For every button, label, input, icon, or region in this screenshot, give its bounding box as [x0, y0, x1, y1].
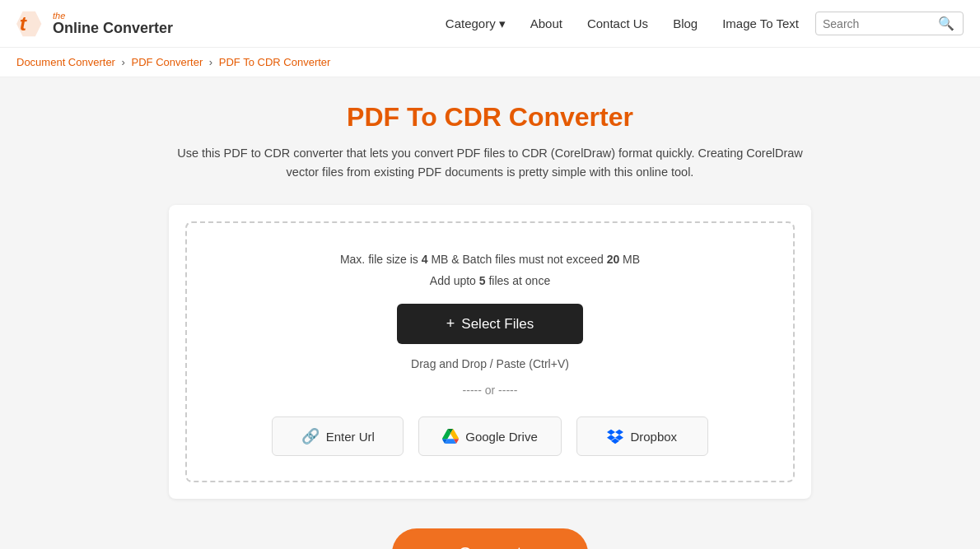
search-icon: 🔍 [938, 16, 954, 30]
breadcrumb-separator-2: › [209, 56, 216, 68]
search-input[interactable] [823, 17, 938, 30]
nav-contact[interactable]: Contact Us [587, 16, 648, 30]
nav-about[interactable]: About [530, 16, 562, 30]
google-drive-button[interactable]: Google Drive [418, 416, 562, 456]
breadcrumb: Document Converter › PDF Converter › PDF… [0, 48, 980, 77]
link-icon: 🔗 [301, 427, 320, 445]
header: t the Online Converter Category ▾ About … [0, 0, 980, 48]
or-divider: ----- or ----- [463, 384, 518, 397]
breadcrumb-separator-1: › [122, 56, 128, 68]
page-description: Use this PDF to CDR converter that lets … [177, 144, 803, 182]
search-box: 🔍 [815, 12, 964, 35]
plus-icon: + [446, 315, 455, 333]
nav-category[interactable]: Category ▾ [446, 16, 506, 31]
upload-box: Max. file size is 4 MB & Batch files mus… [185, 221, 795, 482]
nav-blog[interactable]: Blog [673, 16, 698, 30]
file-size-info: Max. file size is 4 MB & Batch files mus… [340, 253, 640, 266]
search-button[interactable]: 🔍 [938, 16, 954, 31]
dropbox-icon [607, 428, 623, 444]
google-drive-icon [442, 428, 459, 444]
logo[interactable]: t the Online Converter [16, 8, 173, 40]
upload-container: Max. file size is 4 MB & Batch files mus… [169, 205, 811, 499]
files-count-info: Add upto 5 files at once [430, 274, 550, 287]
main-content: PDF To CDR Converter Use this PDF to CDR… [0, 77, 980, 549]
convert-button[interactable]: Convert [392, 528, 587, 549]
nav-image-to-text[interactable]: Image To Text [722, 16, 799, 30]
select-files-label: Select Files [461, 316, 534, 333]
drag-drop-text: Drag and Drop / Paste (Ctrl+V) [411, 357, 569, 370]
breadcrumb-pdf-converter[interactable]: PDF Converter [132, 56, 203, 68]
google-drive-label: Google Drive [465, 430, 538, 444]
select-files-button[interactable]: + Select Files [397, 304, 583, 344]
dropbox-label: Dropbox [630, 430, 677, 444]
cloud-buttons: 🔗 Enter Url Google Drive [212, 416, 768, 456]
breadcrumb-current[interactable]: PDF To CDR Converter [219, 56, 331, 68]
dropbox-button[interactable]: Dropbox [576, 416, 708, 456]
logo-the-text: the [53, 11, 173, 21]
breadcrumb-doc-converter[interactable]: Document Converter [16, 56, 115, 68]
chevron-down-icon: ▾ [499, 16, 506, 31]
page-title: PDF To CDR Converter [347, 102, 633, 133]
main-nav: Category ▾ About Contact Us Blog Image T… [446, 16, 799, 31]
enter-url-label: Enter Url [326, 430, 375, 444]
logo-main-text: Online Converter [53, 21, 173, 37]
enter-url-button[interactable]: 🔗 Enter Url [272, 416, 404, 456]
